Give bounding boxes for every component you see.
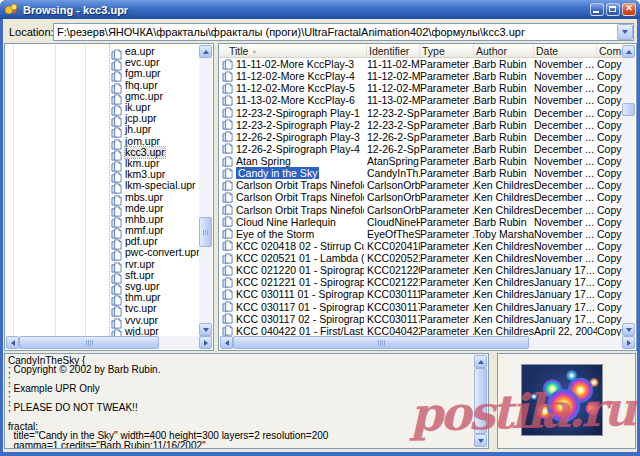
cell-title[interactable]: Cloud Nine Harlequin — [219, 216, 367, 228]
cell-title[interactable]: KCC 030117 01 - Spirograph — [219, 301, 367, 313]
table-vscroll-thumb[interactable] — [622, 103, 635, 116]
cell-date: December ... — [534, 119, 597, 131]
cell-title[interactable]: Candy in the Sky — [219, 167, 367, 179]
cell-title[interactable]: 12-23-2-Spirograph Play-1 — [219, 107, 367, 119]
cell-type: Parameter ... — [420, 167, 474, 179]
upr-comment-text: CandyInTheSky { ; Copyright © 2002 by Ba… — [8, 356, 473, 448]
column-header-identifier[interactable]: Identifier — [367, 44, 420, 57]
table-row[interactable]: 11-12-02-More KccPlay-4 11-12-02-M... Pa… — [219, 70, 623, 82]
comment-vertical-scrollbar[interactable] — [474, 355, 487, 447]
minimize-button[interactable] — [590, 3, 604, 16]
table-hscroll-thumb[interactable] — [233, 336, 529, 349]
cell-title[interactable]: 11-12-02-More KccPlay-5 — [219, 82, 367, 94]
tree-file-item[interactable]: mbs.upr — [111, 191, 199, 202]
table-row[interactable]: Eye of the Storm EyeOfTheS... Parameter … — [219, 228, 623, 240]
title-text: KCC 030117 01 - Spirograph — [236, 301, 364, 313]
cell-author: Toby Marshall — [474, 228, 534, 240]
tree-file-item[interactable]: lkm-special.upr — [111, 180, 199, 191]
scroll-up-icon[interactable] — [199, 45, 212, 58]
cell-title[interactable]: KCC 021221 01 - Spirograph Test — [219, 276, 367, 288]
table-row[interactable]: Cloud Nine Harlequin CloudNineH... Param… — [219, 216, 623, 228]
column-header-comments[interactable]: Comments — [597, 44, 623, 57]
table-row[interactable]: KCC 020521 01 - Lambda (Julia) KCC020521… — [219, 252, 623, 264]
scroll-right-icon[interactable] — [199, 336, 212, 349]
table-row[interactable]: Candy in the Sky CandyInTh... Parameter … — [219, 167, 623, 179]
scroll-down-icon[interactable] — [474, 434, 487, 447]
cell-title[interactable]: 11-12-02-More KccPlay-4 — [219, 70, 367, 82]
table-row[interactable]: KCC 021221 01 - Spirograph Test KCC02122… — [219, 276, 623, 288]
cell-comments: Copyri — [597, 179, 623, 191]
cell-author: Barb Rubin — [474, 94, 534, 106]
location-value[interactable]: F:\резерв\ЯНОЧКА\фракталы\фракталы (прог… — [54, 26, 617, 38]
table-horizontal-scrollbar[interactable] — [220, 336, 635, 349]
table-row[interactable]: Carlson Orbit Traps Ninefold Dem... Carl… — [219, 179, 623, 191]
cell-title[interactable]: 12-26-2-Spirograph Play-4 — [219, 143, 367, 155]
scroll-up-icon[interactable] — [622, 45, 635, 58]
cell-title[interactable]: Atan Spring — [219, 155, 367, 167]
location-combobox[interactable]: F:\резерв\ЯНОЧКА\фракталы\фракталы (прог… — [53, 23, 634, 41]
tree-file-item[interactable]: jom.upr — [111, 136, 199, 147]
comment-vscroll-thumb[interactable] — [474, 368, 487, 434]
table-row[interactable]: KCC 030111 01 - Spirograph KCC030111... … — [219, 288, 623, 300]
tree-file-item[interactable]: tvc.upr — [111, 303, 199, 314]
tree-file-item[interactable]: wjd.upr — [111, 326, 199, 336]
tree-vertical-scrollbar[interactable] — [199, 45, 212, 336]
tree-hscroll-thumb[interactable] — [19, 336, 159, 349]
table-row[interactable]: KCC 021220 01 - Spirograph Test KCC02122… — [219, 264, 623, 276]
maximize-button[interactable] — [606, 3, 620, 16]
cell-date: December ... — [534, 191, 597, 203]
table-vertical-scrollbar[interactable] — [622, 45, 635, 336]
table-row[interactable]: Carlson Orbit Traps Ninefold Dem... Carl… — [219, 204, 623, 216]
table-row[interactable]: Atan Spring AtanSpring Parameter ... Bar… — [219, 155, 623, 167]
location-dropdown-icon[interactable] — [617, 24, 633, 40]
cell-title[interactable]: 11-11-02-More KccPlay-3 — [219, 58, 367, 70]
scroll-left-icon[interactable] — [6, 336, 19, 349]
table-row[interactable]: 12-26-2-Spirograph Play-4 12-26-2-Spi...… — [219, 143, 623, 155]
cell-comments: Copyri — [597, 119, 623, 131]
cell-title[interactable]: Carlson Orbit Traps Ninefold Dem... — [219, 179, 367, 191]
cell-title[interactable]: KCC 030117 02 - Spirograph — [219, 313, 367, 325]
cell-title[interactable]: Eye of the Storm — [219, 228, 367, 240]
tree-horizontal-scrollbar[interactable] — [6, 336, 212, 349]
cell-comments: Copyri — [597, 131, 623, 143]
scroll-down-icon[interactable] — [199, 323, 212, 336]
tree-file-item[interactable]: jh.upr — [111, 124, 199, 135]
tree-file-item[interactable]: fgm.upr — [111, 68, 199, 79]
tree-file-item[interactable]: pwc-convert.upr — [111, 247, 199, 258]
parameter-file-icon — [222, 277, 233, 288]
table-row[interactable]: Carlson Orbit Traps Ninefold Dem... Carl… — [219, 191, 623, 203]
close-button[interactable] — [622, 3, 636, 16]
table-row[interactable]: KCC 030117 01 - Spirograph KCC030117... … — [219, 301, 623, 313]
cell-title[interactable]: KCC 040422 01 - First/Last Iterati... — [219, 325, 367, 337]
cell-title[interactable]: 11-13-02-More KccPlay-6 — [219, 94, 367, 106]
cell-title[interactable]: Carlson Orbit Traps Ninefold Dem... — [219, 191, 367, 203]
title-text: KCC 020418 02 - Stirrup Curve — [236, 240, 364, 252]
cell-title[interactable]: Carlson Orbit Traps Ninefold Dem... — [219, 204, 367, 216]
table-row[interactable]: 11-12-02-More KccPlay-5 11-12-02-M... Pa… — [219, 82, 623, 94]
cell-title[interactable]: KCC 020418 02 - Stirrup Curve — [219, 240, 367, 252]
column-header-date[interactable]: Date — [534, 44, 597, 57]
tree-file-item[interactable]: vvv.upr — [111, 315, 199, 326]
table-row[interactable]: KCC 030117 02 - Spirograph KCC030117... … — [219, 313, 623, 325]
tree-vscroll-thumb[interactable] — [199, 217, 212, 247]
titlebar[interactable]: Browsing - kcc3.upr — [0, 0, 640, 19]
scroll-up-icon[interactable] — [474, 355, 487, 368]
table-row[interactable]: 12-23-2-Spirograph Play-2 12-23-2-Spi...… — [219, 119, 623, 131]
table-row[interactable]: 11-11-02-More KccPlay-3 11-11-02-M... Pa… — [219, 58, 623, 70]
table-row[interactable]: 12-23-2-Spirograph Play-1 12-23-2-Spi...… — [219, 107, 623, 119]
cell-title[interactable]: KCC 030111 01 - Spirograph — [219, 288, 367, 300]
cell-title[interactable]: KCC 020521 01 - Lambda (Julia) — [219, 252, 367, 264]
scroll-down-icon[interactable] — [622, 323, 635, 336]
column-header-author[interactable]: Author — [474, 44, 534, 57]
cell-title[interactable]: KCC 021220 01 - Spirograph Test — [219, 264, 367, 276]
column-header-title[interactable]: Title▲ — [219, 44, 367, 57]
scroll-left-icon[interactable] — [220, 336, 233, 349]
table-row[interactable]: 11-13-02-More KccPlay-6 11-13-02-M... Pa… — [219, 94, 623, 106]
cell-title[interactable]: 12-26-2-Spirograph Play-3 — [219, 131, 367, 143]
scroll-right-icon[interactable] — [622, 336, 635, 349]
column-header-type[interactable]: Type — [420, 44, 474, 57]
cell-title[interactable]: 12-23-2-Spirograph Play-2 — [219, 119, 367, 131]
title-text: 12-26-2-Spirograph Play-4 — [236, 143, 360, 155]
table-row[interactable]: KCC 020418 02 - Stirrup Curve KCC020418.… — [219, 240, 623, 252]
table-row[interactable]: 12-26-2-Spirograph Play-3 12-26-2-Spi...… — [219, 131, 623, 143]
